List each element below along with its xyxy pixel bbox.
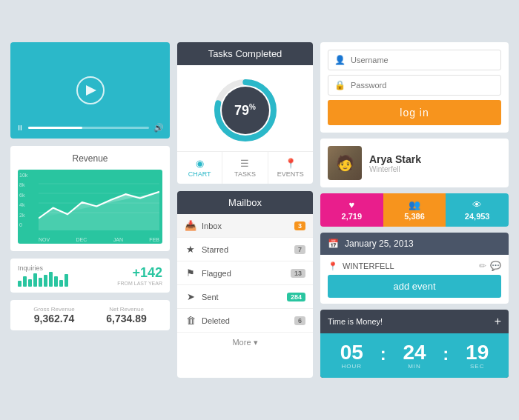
trash-icon: 🗑 — [185, 315, 196, 326]
timer-header: Time is Money! + — [320, 310, 509, 333]
deleted-badge: 6 — [294, 316, 305, 325]
chart-icon: ◉ — [180, 158, 219, 169]
timer-seconds: 19 SEC — [450, 342, 504, 370]
from-last-year: FROM LAST YEAR — [117, 281, 162, 286]
tab-tasks[interactable]: ☰ TASKS — [222, 152, 268, 184]
likes-count: 2,719 — [342, 212, 363, 221]
mail-deleted[interactable]: 🗑 Deleted 6 — [177, 309, 313, 333]
net-revenue: Net Revenue 6,734.89 — [106, 306, 147, 324]
timer-minutes: 24 MIN — [388, 342, 442, 370]
right-column: 👤 🔒 log in 🧑 Arya Stark Winterfell ♥ — [320, 42, 509, 378]
pause-icon[interactable]: ⏸ — [16, 124, 24, 132]
timer-hours: 05 HOUR — [325, 342, 379, 370]
mail-inbox[interactable]: 📥 Inbox 3 — [177, 214, 313, 238]
profile-card: 🧑 Arya Stark Winterfell — [320, 139, 509, 187]
chat-icon[interactable]: 💬 — [490, 261, 501, 271]
volume-icon[interactable]: 🔊 — [153, 123, 164, 133]
tasks-card: Tasks Completed 79% — [177, 42, 313, 184]
inbox-icon: 📥 — [185, 220, 196, 231]
profile-location: Winterfell — [369, 165, 421, 173]
chart-svg — [39, 174, 159, 230]
location-icon: 📍 — [328, 261, 338, 271]
play-button[interactable] — [76, 76, 105, 104]
tab-events[interactable]: 📍 EVENTS — [268, 152, 313, 184]
inquiries-stat: +142 FROM LAST YEAR — [117, 265, 162, 286]
views-count: 24,953 — [465, 212, 490, 221]
timer-add-icon[interactable]: + — [495, 315, 501, 328]
login-button[interactable]: log in — [328, 100, 501, 125]
timer-card: Time is Money! + 05 HOUR : 24 MIN : 19 S… — [320, 310, 509, 378]
mailbox-card: Mailbox 📥 Inbox 3 ★ Starred 7 ⚑ Flagged … — [177, 191, 313, 378]
flag-icon: ⚑ — [185, 267, 196, 279]
add-event-button[interactable]: add event — [328, 275, 501, 298]
donut-chart: 79% — [212, 77, 279, 144]
progress-bar[interactable] — [28, 127, 149, 129]
middle-column: Tasks Completed 79% — [177, 42, 313, 378]
eye-icon: 👁 — [472, 199, 482, 210]
video-controls: ⏸ 🔊 — [16, 123, 164, 133]
stat-followers[interactable]: 👥 5,386 — [383, 193, 446, 227]
profile-name: Arya Stark — [369, 153, 421, 165]
tasks-icon: ☰ — [225, 158, 264, 169]
timer-sep-1: : — [379, 344, 388, 370]
timer-title: Time is Money! — [328, 317, 383, 326]
left-column: ⏸ 🔊 Revenue 10k 8k 6k 4k 2k 0 — [10, 42, 170, 378]
events-icon: 📍 — [271, 158, 310, 169]
mail-starred[interactable]: ★ Starred 7 — [177, 238, 313, 261]
lock-icon: 🔒 — [334, 80, 346, 90]
login-card: 👤 🔒 log in — [320, 42, 509, 133]
starred-badge: 7 — [294, 245, 305, 254]
inquiries-label: Inquiries — [18, 264, 68, 272]
tasks-tabs: ◉ CHART ☰ TASKS 📍 EVENTS — [177, 151, 313, 184]
calendar-date: January 25, 2013 — [345, 239, 414, 249]
bar — [18, 281, 22, 287]
password-field[interactable]: 🔒 — [328, 75, 501, 96]
timer-body: 05 HOUR : 24 MIN : 19 SEC — [320, 333, 509, 378]
username-field[interactable]: 👤 — [328, 50, 501, 70]
video-player[interactable]: ⏸ 🔊 — [10, 42, 170, 139]
username-input[interactable] — [351, 56, 495, 64]
calendar-card: 📅 January 25, 2013 📍 WINTERFELL ✏ 💬 add … — [320, 233, 509, 304]
edit-icon[interactable]: ✏ — [479, 261, 486, 271]
tab-chart[interactable]: ◉ CHART — [177, 152, 222, 184]
inquiries-row: Inquiries +142 FROM LAST YEAR — [10, 259, 170, 293]
donut-container: 79% — [177, 65, 313, 151]
donut-center: 79% — [222, 87, 269, 134]
flagged-badge: 13 — [291, 269, 305, 278]
tasks-header: Tasks Completed — [177, 42, 313, 65]
progress-fill — [28, 127, 82, 129]
star-icon: ★ — [185, 244, 196, 255]
followers-count: 5,386 — [404, 212, 425, 221]
stats-bars — [18, 272, 68, 287]
calendar-actions: ✏ 💬 — [479, 261, 501, 271]
profile-info: Arya Stark Winterfell — [369, 153, 421, 173]
users-icon: 👥 — [409, 199, 420, 210]
heart-icon: ♥ — [348, 199, 354, 210]
stat-views[interactable]: 👁 24,953 — [446, 193, 509, 227]
user-icon: 👤 — [334, 55, 346, 65]
gross-revenue: Gross Revenue 9,362.74 — [33, 306, 75, 324]
calendar-body: 📍 WINTERFELL ✏ 💬 add event — [320, 255, 509, 304]
inquiries-number: +142 — [117, 265, 162, 281]
mail-flagged[interactable]: ⚑ Flagged 13 — [177, 261, 313, 285]
chart-area: 10k 8k 6k 4k 2k 0 — [18, 170, 162, 244]
revenue-title: Revenue — [18, 153, 162, 164]
more-link[interactable]: More ▾ — [177, 333, 313, 353]
stat-likes[interactable]: ♥ 2,719 — [320, 193, 383, 227]
timer-sep-2: : — [441, 344, 450, 370]
revenue-card: Revenue 10k 8k 6k 4k 2k 0 — [10, 146, 170, 251]
calendar-icon: 📅 — [328, 239, 339, 249]
inbox-badge: 3 — [294, 221, 305, 230]
avatar: 🧑 — [328, 146, 362, 180]
calendar-header: 📅 January 25, 2013 — [320, 233, 509, 255]
revenue-bottom: Gross Revenue 9,362.74 Net Revenue 6,734… — [10, 300, 170, 330]
mailbox-header: Mailbox — [177, 191, 313, 214]
profile-stats: ♥ 2,719 👥 5,386 👁 24,953 — [320, 193, 509, 227]
password-input[interactable] — [351, 81, 495, 90]
sent-badge: 284 — [287, 293, 305, 301]
donut-percentage: 79% — [234, 103, 256, 119]
chart-x-labels: NOV DEC JAN FEB — [39, 237, 159, 242]
mail-sent[interactable]: ➤ Sent 284 — [177, 285, 313, 309]
sent-icon: ➤ — [185, 291, 196, 302]
inquiries-info: Inquiries — [18, 264, 68, 287]
